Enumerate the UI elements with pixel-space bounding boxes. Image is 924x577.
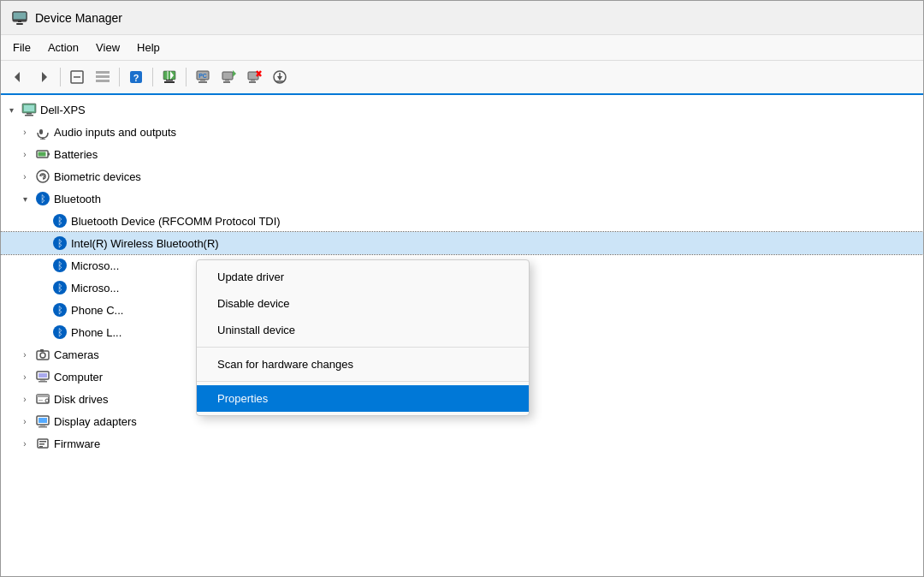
toggle-button[interactable] <box>65 65 89 89</box>
menu-help[interactable]: Help <box>128 38 169 57</box>
svg-rect-76 <box>39 441 46 443</box>
expander-display[interactable]: › <box>18 414 32 428</box>
download-icon <box>272 69 287 85</box>
tree-item-biometric[interactable]: › Biometric devices <box>1 165 923 187</box>
remove-device-icon <box>246 69 262 85</box>
expander-bt2 <box>35 236 49 250</box>
add-device-button[interactable] <box>216 65 240 89</box>
list-button[interactable] <box>91 65 115 89</box>
svg-text:ᛒ: ᛒ <box>57 238 63 248</box>
svg-rect-14 <box>166 80 173 81</box>
run-button[interactable] <box>157 65 181 89</box>
svg-marker-4 <box>15 72 20 82</box>
svg-rect-29 <box>251 80 255 81</box>
scan-icon: PC <box>195 69 210 85</box>
expander-bt5 <box>35 303 49 317</box>
tree-item-audio-label: Audio inputs and outputs <box>54 126 176 139</box>
svg-rect-77 <box>39 443 44 445</box>
download-button[interactable] <box>268 65 292 89</box>
bluetooth-parent-icon: ᛒ <box>35 191 50 206</box>
bt4-icon: ᛒ <box>52 280 68 295</box>
svg-rect-24 <box>225 80 229 81</box>
tree-item-bt4-label: Microso... <box>71 282 119 294</box>
svg-rect-38 <box>25 115 33 116</box>
svg-rect-68 <box>37 395 49 397</box>
context-menu: Update driver Disable device Uninstall d… <box>196 259 530 416</box>
firmware-icon <box>35 436 50 451</box>
svg-marker-5 <box>42 72 47 82</box>
tree-item-display-label: Display adapters <box>54 415 137 428</box>
svg-text:ᛒ: ᛒ <box>57 216 63 226</box>
tree-item-batteries[interactable]: › Batteries <box>1 143 923 165</box>
svg-text:ᛒ: ᛒ <box>57 283 63 293</box>
tree-item-biometric-label: Biometric devices <box>54 170 141 183</box>
expander-batteries[interactable]: › <box>18 147 32 161</box>
expander-audio[interactable]: › <box>18 125 32 139</box>
tree-item-bt1[interactable]: ᛒ Bluetooth Device (RFCOMM Protocol TDI) <box>1 210 923 232</box>
tree-item-firmware-label: Firmware <box>54 437 100 450</box>
computer-icon2 <box>35 369 50 384</box>
tree-item-audio[interactable]: › Audio inputs and outputs <box>1 121 923 143</box>
expander-computer[interactable]: › <box>18 370 32 384</box>
expander-disk[interactable]: › <box>18 392 32 406</box>
svg-rect-64 <box>38 373 47 378</box>
svg-text:ᛒ: ᛒ <box>57 260 63 271</box>
ctx-update-driver[interactable]: Update driver <box>197 264 529 290</box>
bt3-icon: ᛒ <box>52 258 68 273</box>
toolbar-sep-1 <box>60 68 61 86</box>
tree-item-computer-label: Computer <box>54 371 103 384</box>
menu-file[interactable]: File <box>4 38 39 57</box>
help-button[interactable]: ? <box>124 65 148 89</box>
back-icon <box>10 69 26 85</box>
svg-rect-36 <box>24 105 34 111</box>
scan-button[interactable]: PC <box>191 65 215 89</box>
bt5-icon: ᛒ <box>52 302 68 318</box>
tree-item-bt6-label: Phone L... <box>71 326 121 339</box>
svg-rect-19 <box>200 80 205 81</box>
biometric-icon <box>35 169 50 184</box>
tree-item-bt2[interactable]: ᛒ Intel(R) Wireless Bluetooth(R) <box>1 232 923 254</box>
expander-bt6 <box>35 325 49 339</box>
svg-rect-30 <box>249 81 256 83</box>
audio-icon <box>35 124 50 140</box>
ctx-scan-changes[interactable]: Scan for hardware changes <box>197 351 529 378</box>
expander-bluetooth[interactable]: ▾ <box>18 192 32 205</box>
toolbar-sep-4 <box>186 68 187 86</box>
tree-item-firmware[interactable]: › Firmware <box>1 432 923 455</box>
bt2-icon: ᛒ <box>52 235 68 251</box>
toolbar-sep-3 <box>152 68 153 86</box>
expander-biometric[interactable]: › <box>18 170 32 183</box>
remove-device-button[interactable] <box>242 65 266 89</box>
tree-item-root[interactable]: ▾ Dell-XPS <box>1 98 923 121</box>
expander-cameras[interactable]: › <box>18 348 32 361</box>
menu-action[interactable]: Action <box>39 38 87 57</box>
expander-root[interactable]: ▾ <box>4 103 18 116</box>
svg-rect-10 <box>96 80 110 82</box>
battery-icon <box>35 146 50 162</box>
display-icon <box>35 413 50 429</box>
bt1-icon: ᛒ <box>52 213 68 229</box>
add-device-icon <box>221 69 236 85</box>
toolbar: ? PC <box>1 61 923 95</box>
back-button[interactable] <box>6 65 30 89</box>
toggle-icon <box>69 69 85 85</box>
svg-text:ᛒ: ᛒ <box>57 305 63 315</box>
svg-text:ᛒ: ᛒ <box>57 327 63 337</box>
ctx-uninstall-device[interactable]: Uninstall device <box>197 317 529 343</box>
svg-rect-43 <box>48 153 50 156</box>
title-bar-text: Device Manager <box>35 11 122 25</box>
svg-rect-9 <box>96 75 110 78</box>
tree-item-root-label: Dell-XPS <box>40 104 86 116</box>
expander-bt1 <box>35 214 49 228</box>
menu-view[interactable]: View <box>87 38 128 57</box>
expander-firmware[interactable]: › <box>18 437 32 450</box>
ctx-properties[interactable]: Properties <box>197 385 529 412</box>
svg-rect-70 <box>38 400 43 401</box>
svg-rect-72 <box>38 418 47 423</box>
forward-icon <box>36 69 51 85</box>
help-icon: ? <box>128 69 144 85</box>
app-icon <box>11 9 28 27</box>
ctx-disable-device[interactable]: Disable device <box>197 290 529 317</box>
forward-button[interactable] <box>32 65 56 89</box>
tree-item-bluetooth[interactable]: ▾ ᛒ Bluetooth <box>1 187 923 210</box>
